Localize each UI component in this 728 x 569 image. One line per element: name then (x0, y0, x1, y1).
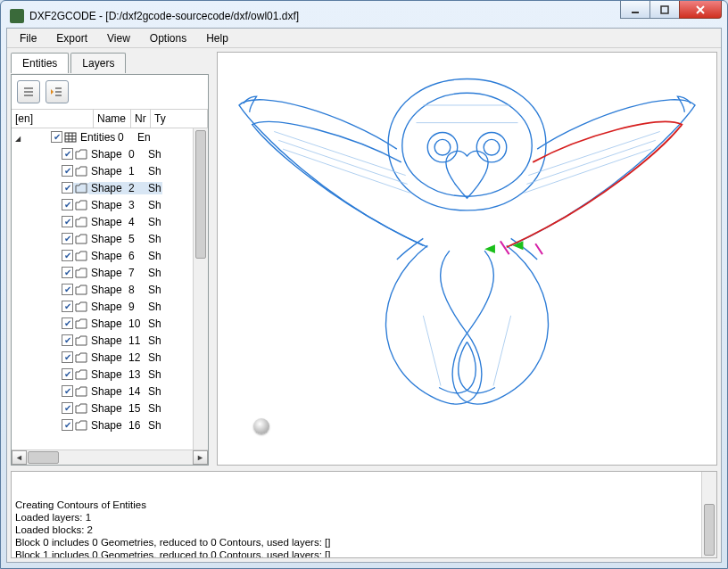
tab-layers[interactable]: Layers (70, 53, 126, 73)
svg-rect-1 (661, 6, 668, 13)
folder-icon (73, 166, 89, 177)
checkbox-icon[interactable] (62, 368, 73, 380)
folder-icon (73, 251, 89, 261)
tree-shape-row[interactable]: Shape8Sh (12, 281, 208, 298)
checkbox-icon[interactable] (62, 351, 73, 363)
folder-icon (73, 352, 89, 363)
folder-icon (73, 234, 89, 244)
app-icon (10, 9, 24, 23)
tree-header-name[interactable]: Name (94, 110, 131, 128)
log-vertical-scrollbar[interactable] (701, 472, 716, 557)
log-text: Creating Contours of Entities Loaded lay… (15, 499, 713, 558)
menu-options[interactable]: Options (141, 30, 195, 46)
tree-root-row[interactable]: Entities0En (12, 128, 208, 145)
checkbox-icon[interactable] (62, 301, 73, 312)
folder-icon (73, 200, 89, 210)
checkbox-icon[interactable] (62, 182, 73, 194)
svg-line-22 (500, 241, 509, 254)
svg-point-18 (476, 132, 506, 161)
tree-header-nr[interactable]: Nr (131, 110, 151, 128)
svg-point-19 (484, 139, 500, 155)
checkbox-icon[interactable] (62, 199, 73, 210)
tree-vertical-scrollbar[interactable] (193, 128, 208, 449)
window-minimize-button[interactable] (620, 1, 650, 19)
menu-view[interactable]: View (98, 30, 139, 46)
left-panel: Entities Layers [en] (7, 48, 212, 469)
svg-point-17 (434, 139, 451, 155)
checkbox-icon[interactable] (62, 284, 73, 295)
tree-shape-row[interactable]: Shape14Sh (12, 383, 208, 400)
folder-icon (73, 369, 89, 380)
checkbox-icon[interactable] (62, 267, 73, 278)
tree-shape-row[interactable]: Shape11Sh (12, 332, 208, 349)
menubar: File Export View Options Help (7, 29, 721, 48)
tree-shape-row[interactable]: Shape15Sh (12, 400, 208, 416)
menu-file[interactable]: File (11, 30, 46, 46)
menu-export[interactable]: Export (47, 30, 96, 46)
tree-shape-row[interactable]: Shape16Sh (12, 416, 208, 433)
titlebar: DXF2GCODE - [D:/dxf2gcode-sourcecode/dxf… (6, 6, 722, 28)
entities-grid-icon (62, 132, 79, 143)
tree-shape-row[interactable]: Shape6Sh (12, 247, 208, 264)
checkbox-icon[interactable] (62, 233, 73, 244)
entities-tree[interactable]: [en] Name Nr Ty Entities0En Shape0ShShap… (12, 109, 208, 465)
tab-entities[interactable]: Entities (11, 53, 69, 73)
folder-icon (73, 183, 89, 194)
tree-header-en[interactable]: [en] (12, 110, 94, 128)
svg-point-16 (427, 132, 457, 161)
cursor-indicator (253, 418, 269, 434)
tree-shape-row[interactable]: Shape2Sh (12, 179, 208, 196)
tree-horizontal-scrollbar[interactable]: ◄ ► (12, 449, 208, 465)
tree-shape-row[interactable]: Shape5Sh (12, 230, 208, 247)
drawing-canvas[interactable] (217, 52, 717, 466)
tree-shape-row[interactable]: Shape10Sh (12, 315, 208, 332)
checkbox-icon[interactable] (62, 402, 73, 414)
menu-help[interactable]: Help (197, 30, 237, 46)
window-close-button[interactable] (679, 1, 722, 19)
tree-shape-row[interactable]: Shape9Sh (12, 298, 208, 315)
checkbox-icon[interactable] (62, 250, 73, 261)
folder-icon (73, 318, 89, 329)
window-maximize-button[interactable] (649, 1, 680, 19)
path-markers (484, 241, 542, 254)
checkbox-icon[interactable] (62, 317, 73, 329)
tree-shape-row[interactable]: Shape3Sh (12, 196, 208, 213)
tree-shape-row[interactable]: Shape4Sh (12, 213, 208, 230)
checkbox-icon[interactable] (51, 131, 62, 143)
expand-all-button[interactable] (46, 80, 69, 103)
tree-shape-row[interactable]: Shape1Sh (12, 162, 208, 179)
checkbox-icon[interactable] (62, 334, 73, 346)
svg-rect-11 (65, 133, 76, 142)
svg-marker-10 (51, 89, 54, 95)
svg-line-23 (535, 243, 542, 254)
folder-icon (73, 386, 89, 397)
checkbox-icon[interactable] (62, 148, 73, 160)
collapse-all-button[interactable] (17, 80, 40, 103)
folder-icon (73, 335, 89, 346)
folder-icon (73, 301, 89, 312)
folder-icon (73, 420, 89, 431)
tree-header-type[interactable]: Ty (151, 110, 208, 128)
tree-shape-row[interactable]: Shape13Sh (12, 366, 208, 383)
folder-icon (73, 284, 89, 295)
folder-icon (73, 403, 89, 414)
tree-shape-row[interactable]: Shape0Sh (12, 145, 208, 162)
tree-shape-row[interactable]: Shape12Sh (12, 349, 208, 366)
checkbox-icon[interactable] (62, 385, 73, 397)
checkbox-icon[interactable] (62, 165, 73, 177)
tree-header: [en] Name Nr Ty (12, 110, 208, 128)
folder-icon (73, 149, 89, 160)
window-title: DXF2GCODE - [D:/dxf2gcode-sourcecode/dxf… (29, 10, 299, 22)
checkbox-icon[interactable] (62, 419, 73, 431)
checkbox-icon[interactable] (62, 216, 73, 227)
folder-icon (73, 217, 89, 227)
tree-shape-row[interactable]: Shape7Sh (12, 264, 208, 281)
log-panel[interactable]: Creating Contours of Entities Loaded lay… (11, 471, 717, 558)
folder-icon (73, 268, 89, 278)
